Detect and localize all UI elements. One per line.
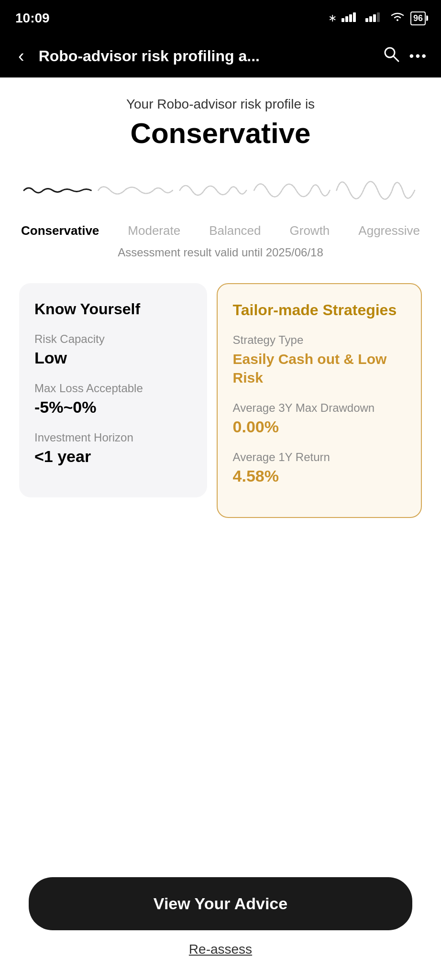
risk-capacity-value: Low	[34, 349, 192, 367]
status-time: 10:09	[15, 11, 50, 26]
svg-rect-7	[377, 12, 380, 22]
svg-rect-0	[342, 18, 344, 22]
return-value: 4.58%	[233, 467, 406, 485]
bottom-spacer	[0, 547, 441, 671]
risk-level-aggressive: Aggressive	[358, 223, 420, 238]
risk-levels: Conservative Moderate Balanced Growth Ag…	[19, 223, 422, 238]
drawdown-label: Average 3Y Max Drawdown	[233, 401, 406, 415]
profile-name: Conservative	[19, 117, 422, 150]
investment-horizon-label: Investment Horizon	[34, 431, 192, 444]
risk-level-moderate: Moderate	[128, 223, 180, 238]
profile-subtitle: Your Robo-advisor risk profile is	[19, 97, 422, 112]
nav-header: ‹ Robo-advisor risk profiling a... •••	[0, 34, 441, 77]
wifi-icon	[389, 11, 406, 25]
reassess-button[interactable]: Re-assess	[185, 938, 256, 961]
risk-level-balanced: Balanced	[209, 223, 261, 238]
back-button[interactable]: ‹	[13, 44, 29, 68]
battery-level: 96	[413, 13, 423, 23]
cards-section: Know Yourself Risk Capacity Low Max Loss…	[19, 283, 422, 518]
svg-rect-4	[365, 18, 368, 22]
main-content: Your Robo-advisor risk profile is Conser…	[0, 77, 441, 518]
battery-icon: 96	[410, 11, 426, 25]
signal-icon-2	[365, 11, 385, 25]
wave-chart	[19, 164, 422, 214]
page-title: Robo-advisor risk profiling a...	[39, 47, 373, 65]
svg-rect-3	[353, 12, 356, 22]
more-button[interactable]: •••	[409, 48, 428, 64]
max-loss-label: Max Loss Acceptable	[34, 382, 192, 395]
return-label: Average 1Y Return	[233, 451, 406, 464]
risk-capacity-label: Risk Capacity	[34, 332, 192, 346]
max-loss-value: -5%~0%	[34, 398, 192, 417]
svg-line-9	[394, 56, 398, 61]
card-right-title: Tailor-made Strategies	[233, 301, 406, 319]
search-button[interactable]	[383, 45, 400, 66]
status-icons: ∗ 9	[328, 11, 426, 25]
card-left-title: Know Yourself	[34, 300, 192, 318]
svg-rect-1	[345, 16, 348, 22]
risk-level-growth: Growth	[290, 223, 330, 238]
svg-rect-2	[349, 14, 352, 22]
strategy-type-value: Easily Cash out & Low Risk	[233, 350, 406, 387]
battery-tip	[426, 16, 428, 21]
strategy-type-label: Strategy Type	[233, 333, 406, 347]
status-bar: 10:09 ∗	[0, 0, 441, 34]
bluetooth-icon: ∗	[328, 12, 337, 24]
svg-rect-5	[369, 16, 372, 22]
risk-level-conservative: Conservative	[21, 223, 99, 238]
drawdown-value: 0.00%	[233, 418, 406, 436]
investment-horizon-value: <1 year	[34, 447, 192, 466]
view-advice-button[interactable]: View Your Advice	[29, 877, 412, 930]
signal-icon	[342, 11, 361, 25]
strategies-card: Tailor-made Strategies Strategy Type Eas…	[217, 283, 422, 518]
validity-text: Assessment result valid until 2025/06/18	[19, 246, 422, 259]
bottom-section: View Your Advice Re-assess	[0, 868, 441, 980]
know-yourself-card: Know Yourself Risk Capacity Low Max Loss…	[19, 283, 207, 497]
svg-rect-6	[373, 14, 376, 22]
